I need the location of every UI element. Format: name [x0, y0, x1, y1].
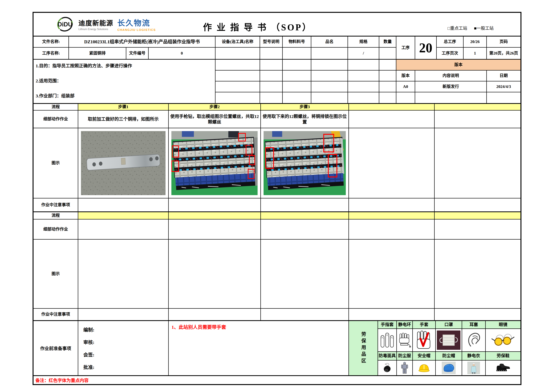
doc-name-label: 文件名称: — [34, 36, 69, 48]
page-title: 作 业 指 导 书 （SOP） — [203, 20, 312, 33]
empty-cell — [311, 60, 348, 70]
department-line: 3.作业部门：组装部 — [36, 93, 75, 99]
empty-step-header — [349, 104, 435, 111]
empty-cell — [311, 48, 348, 59]
page-label: 页码 — [487, 36, 520, 48]
logo-changjiu-name: 长久物流 — [117, 17, 156, 28]
product-label: 品名 — [311, 36, 348, 48]
logo-didu-sub: Lithium Energy Solutions — [78, 28, 113, 31]
empty-cell — [487, 92, 520, 103]
document-info-table: 文件名称: DZ100233L1组串式户外储能柜(液冷)产品组装作业指导书 设备… — [34, 36, 520, 60]
total-process-value: 20/26 — [464, 36, 487, 48]
empty-cell — [215, 92, 260, 103]
empty-step-header — [349, 212, 435, 219]
empty-cell — [260, 81, 283, 92]
empty-cell — [215, 81, 260, 92]
ppe-icon-cell — [462, 361, 486, 375]
version-banner: 版本 — [396, 60, 520, 70]
ppe-label-esd-ring: 静电环 — [397, 321, 413, 329]
diagram-cell-step3 — [261, 128, 349, 198]
safety-helmet-icon — [418, 362, 430, 374]
empty-cell — [283, 81, 311, 92]
desc-col-header: 内容说明 — [415, 70, 487, 81]
step3-header: 步骤3 — [261, 104, 349, 111]
prep-label: 作业前准备事项 — [34, 321, 78, 375]
empty-cell — [435, 309, 520, 320]
glove-requirement-note: 1、此站别人员需要带手套 — [169, 321, 349, 375]
station-type-flags: □重点工站 ■一般工站 — [442, 25, 494, 31]
ppe-label-glove: 手套 — [413, 321, 436, 329]
empty-cell — [78, 219, 169, 239]
diagram-cell-step2 — [169, 128, 261, 198]
ppe-table: 手指套 静电环 手套 口罩 耳塞 眼镜 — [378, 321, 520, 375]
countersign-label: 会签: — [83, 351, 168, 358]
dust-cap-icon — [442, 362, 456, 374]
empty-cell — [379, 70, 396, 81]
diagram-label: 图示 — [34, 128, 78, 198]
diagram-cell-step1 — [78, 128, 169, 198]
ppe-icon-cell — [486, 361, 520, 375]
approved-by-label: 批准: — [83, 363, 168, 370]
date-col-header: 日期 — [487, 70, 520, 81]
page-value: 第20页，共26页 — [487, 48, 520, 59]
doc-no-value: 0 — [149, 48, 215, 59]
empty-cell — [261, 198, 349, 211]
empty-cell — [379, 92, 396, 103]
ppe-icon-cell — [436, 361, 462, 375]
empty-cell — [169, 239, 261, 309]
general-station-checkbox: ■一般工站 — [474, 26, 494, 31]
face-mask-icon — [437, 330, 460, 350]
scope-line: 2.适用范围： — [36, 78, 61, 84]
version-date: 2024/4/3 — [487, 81, 520, 92]
didu-logo-icon: DiDU — [56, 16, 74, 33]
ppe-label-dust-suit: 防尘服 — [397, 352, 413, 361]
footer-note: 备注：红色字体为重点内容 — [35, 377, 89, 383]
version-value: A0 — [396, 81, 415, 92]
ppe-label-dust-cap: 防尘帽 — [436, 352, 462, 361]
empty-cell — [311, 70, 348, 81]
empty-cell — [283, 70, 311, 81]
flow-label: 流程 — [34, 104, 78, 111]
empty-cell — [379, 81, 396, 92]
spec-value: / — [348, 48, 379, 59]
step2-header: 步骤2 — [169, 104, 261, 111]
reviewed-by-label: 审核: — [83, 338, 168, 345]
qty-label: 数量 — [379, 36, 396, 48]
empty-cell — [396, 92, 415, 103]
process-page-value: 1 — [464, 48, 487, 59]
sop-sheet: DiDU 迪度新能源 Lithium Energy Solutions 长久物流… — [33, 12, 521, 385]
gas-mask-icon — [381, 362, 394, 374]
flow-label: 流程 — [34, 212, 78, 219]
empty-cell — [283, 92, 311, 103]
caution-label: 作业中注意事项 — [34, 309, 78, 320]
total-process-label: 总工序 — [437, 36, 464, 48]
version-desc: 新版发行 — [415, 81, 487, 92]
ppe-label-glasses: 眼镜 — [486, 321, 520, 329]
step1-header: 步骤1 — [78, 104, 169, 111]
ppe-label-earplug: 耳塞 — [462, 321, 486, 329]
empty-cell — [215, 60, 260, 70]
empty-cell — [349, 309, 435, 320]
empty-cell — [349, 198, 435, 211]
ppe-area-label: 劳保用品区 — [360, 332, 367, 365]
ppe-label-shoes: 劳保鞋 — [486, 352, 520, 361]
empty-cell — [78, 309, 169, 320]
empty-cell — [260, 92, 283, 103]
logo-changjiu-sub: CHANGJIU LOGISTICS — [117, 28, 156, 32]
empty-cell — [435, 111, 520, 128]
glove-check-icon — [414, 330, 434, 350]
empty-cell — [349, 219, 435, 239]
ppe-icon-cell — [413, 361, 436, 375]
equipment-label: 设备(治工具)名称 — [215, 36, 260, 48]
empty-cell — [283, 48, 311, 59]
empty-step-header — [78, 212, 169, 219]
empty-cell — [348, 60, 379, 70]
spec-label: 规格 — [348, 36, 379, 48]
empty-cell — [260, 70, 283, 81]
logo-changjiu-text: 长久物流 CHANGJIU LOGISTICS — [117, 17, 156, 32]
caution-label: 作业中注意事项 — [34, 198, 78, 211]
empty-cell — [348, 81, 379, 92]
ppe-icon-cell — [378, 361, 397, 375]
logo-block: DiDU 迪度新能源 Lithium Energy Solutions 长久物流… — [56, 16, 156, 33]
empty-cell — [349, 239, 435, 309]
